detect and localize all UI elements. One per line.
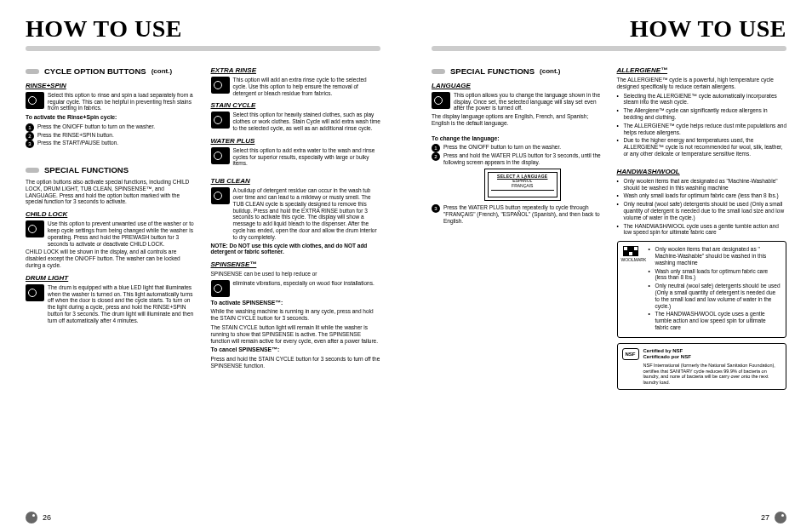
sub-handwash: HANDWASH/WOOL xyxy=(617,168,787,176)
feat-text: A buildup of detergent residue can occur… xyxy=(233,187,381,240)
feat-water-plus: Select this option to add extra water to… xyxy=(211,147,381,167)
feat-rinse-spin: Select this option to rinse and spin a l… xyxy=(26,92,196,112)
feat-text: This option allows you to change the lan… xyxy=(454,92,602,112)
lcd-display: SELECT A LANGUAGE ESPAÑOL FRANÇAIS xyxy=(484,169,561,202)
list-item: Due to the higher energy and temperature… xyxy=(624,137,787,157)
feat-spinsense: eliminate vibrations, especially on wood… xyxy=(211,280,381,297)
page-26: HOW TO USE CYCLE OPTION BUTTONS (cont.) … xyxy=(0,0,406,532)
feat-text: Select this option to add extra water to… xyxy=(233,147,381,167)
option-icon xyxy=(432,92,450,109)
rinse-spin-steps: Press the ON/OFF button to turn on the w… xyxy=(26,123,196,146)
nsf-title-es: Certificado por NSF xyxy=(643,354,781,360)
sub-language: LANGUAGE xyxy=(432,82,602,90)
feat-text: The drum is equipped with a blue LED lig… xyxy=(48,284,196,324)
feat-text: Select this option to rinse and spin a l… xyxy=(48,92,196,112)
section-title: SPECIAL FUNCTIONS xyxy=(44,165,129,175)
p26-col-left: CYCLE OPTION BUTTONS (cont.) RINSE+SPIN … xyxy=(26,61,196,371)
feat-child-lock: Use this option to prevent unwanted use … xyxy=(26,220,196,247)
spinsense-activate-p: While the washing machine is running in … xyxy=(211,308,381,322)
section-cycle-option: CYCLE OPTION BUTTONS (cont.) xyxy=(26,66,196,77)
page-number: 26 xyxy=(43,513,51,522)
woolmark-list: Only woolen items that are designated as… xyxy=(649,246,781,331)
sub-allergiene: ALLERGIENE™ xyxy=(617,66,787,75)
feat-language: This option allows you to change the lan… xyxy=(432,92,602,112)
feat-stain-cycle: Select this option for heavily stained c… xyxy=(211,112,381,131)
list-item: Wash only small loads for optimum fabric… xyxy=(624,192,787,199)
section-bullet-icon xyxy=(432,69,445,74)
woolmark-card: WOOLMARK Only woolen items that are desi… xyxy=(617,241,787,338)
lg-logo-icon xyxy=(26,512,37,523)
option-icon xyxy=(211,112,230,129)
section-cont: (cont.) xyxy=(540,67,560,76)
lcd-inner: SELECT A LANGUAGE ESPAÑOL FRANÇAIS xyxy=(488,172,558,198)
lcd-wrap: SELECT A LANGUAGE ESPAÑOL FRANÇAIS xyxy=(432,169,602,202)
spinsense-activate-h: To activate SPINSENSE™: xyxy=(211,300,381,306)
spinsense-cancel-p: Press and hold the STAIN CYCLE button fo… xyxy=(211,356,381,369)
spinsense-intro: SPINSENSE can be used to help reduce or xyxy=(211,271,381,277)
feat-extra-rinse: This option will add an extra rinse cycl… xyxy=(211,77,381,96)
option-icon xyxy=(26,92,44,109)
nsf-title-en: Certified by NSF xyxy=(643,348,781,354)
activate-heading: To activate the Rinse+Spin cycle: xyxy=(26,114,196,121)
handwash-list: Only woolen items that are designated as… xyxy=(617,178,787,236)
page-number: 27 xyxy=(761,513,769,522)
child-lock-note: CHILD LOCK will be shown in the display,… xyxy=(26,249,196,268)
list-item: Only neutral (wool safe) detergents shou… xyxy=(624,201,787,220)
list-item: Wash only small loads for optimum fabric… xyxy=(655,268,781,282)
sub-water-plus: WATER PLUS xyxy=(211,137,381,146)
list-item: Only woolen items that are designated as… xyxy=(655,246,781,266)
list-item: The HANDWASH/WOOL cycle uses a gentle tu… xyxy=(624,223,787,237)
section-special-functions: SPECIAL FUNCTIONS xyxy=(26,165,196,175)
section-special-functions-cont: SPECIAL FUNCTIONS (cont.) xyxy=(432,66,602,77)
feat-drum-light: The drum is equipped with a blue LED lig… xyxy=(26,284,196,324)
footer-right: 27 xyxy=(432,512,786,523)
page26-columns: CYCLE OPTION BUTTONS (cont.) RINSE+SPIN … xyxy=(26,61,380,371)
list-item: The ALLERGIENE™ cycle helps reduce dust … xyxy=(624,123,787,136)
language-steps-cont: Press the WATER PLUS button repeatedly t… xyxy=(432,204,602,224)
step: Press and hold the WATER PLUS button for… xyxy=(432,152,602,166)
sub-tub-clean: TUB CLEAN xyxy=(211,177,381,186)
lg-logo-icon xyxy=(775,512,786,523)
page-title-right: HOW TO USE xyxy=(432,15,786,43)
step: Press the WATER PLUS button repeatedly t… xyxy=(432,204,602,224)
tub-clean-note: NOTE: Do NOT use this cycle with clothes… xyxy=(211,243,381,256)
step: Press the ON/OFF button to turn on the w… xyxy=(26,123,196,130)
nsf-badge-icon: NSF xyxy=(622,348,639,360)
sub-rinse-spin: RINSE+SPIN xyxy=(26,82,196,90)
language-options: The display language options are English… xyxy=(432,113,602,127)
lcd-blank xyxy=(491,190,554,195)
section-title: CYCLE OPTION BUTTONS xyxy=(44,66,146,77)
feat-text: eliminate vibrations, especially on wood… xyxy=(233,280,381,297)
step: Press the ON/OFF button to turn on the w… xyxy=(432,144,602,151)
sub-spinsense: SPINSENSE™ xyxy=(211,260,381,269)
list-item: Selecting the ALLERGIENE™ cycle automati… xyxy=(624,93,787,106)
option-icon xyxy=(211,147,230,164)
page-27: HOW TO USE SPECIAL FUNCTIONS (cont.) LAN… xyxy=(406,0,812,532)
sub-drum-light: DRUM LIGHT xyxy=(26,274,196,283)
step: Press the RINSE+SPIN button. xyxy=(26,132,196,139)
title-rule xyxy=(26,46,380,51)
list-item: Only woolen items that are designated as… xyxy=(624,178,787,192)
title-rule xyxy=(432,46,786,51)
p26-col-right: EXTRA RINSE This option will add an extr… xyxy=(211,61,381,371)
sub-extra-rinse: EXTRA RINSE xyxy=(211,66,381,75)
page-title-left: HOW TO USE xyxy=(26,15,380,43)
footer-left: 26 xyxy=(26,512,380,523)
section-title: SPECIAL FUNCTIONS xyxy=(450,66,535,77)
section-bullet-icon xyxy=(26,168,39,173)
p27-col-right: ALLERGIENE™ The ALLERGIENE™ cycle is a p… xyxy=(617,61,787,390)
section-bullet-icon xyxy=(26,69,39,74)
allergiene-list: Selecting the ALLERGIENE™ cycle automati… xyxy=(617,93,787,157)
allergiene-intro: The ALLERGIENE™ cycle is a powerful, hig… xyxy=(617,77,787,90)
page27-columns: SPECIAL FUNCTIONS (cont.) LANGUAGE This … xyxy=(432,61,786,390)
language-steps: Press the ON/OFF button to turn on the w… xyxy=(432,144,602,165)
feat-text: Select this option for heavily stained c… xyxy=(233,112,381,131)
nsf-text: NSF International (formerly the National… xyxy=(643,363,781,385)
option-icon xyxy=(26,220,44,237)
manual-spread: HOW TO USE CYCLE OPTION BUTTONS (cont.) … xyxy=(0,0,812,532)
nsf-card: NSF Certified by NSF Certificado por NSF… xyxy=(617,343,787,391)
sub-stain-cycle: STAIN CYCLE xyxy=(211,101,381,110)
sf-intro: The option buttons also activate special… xyxy=(26,179,196,205)
feat-tub-clean: A buildup of detergent residue can occur… xyxy=(211,187,381,240)
feat-text: This option will add an extra rinse cycl… xyxy=(233,77,381,96)
